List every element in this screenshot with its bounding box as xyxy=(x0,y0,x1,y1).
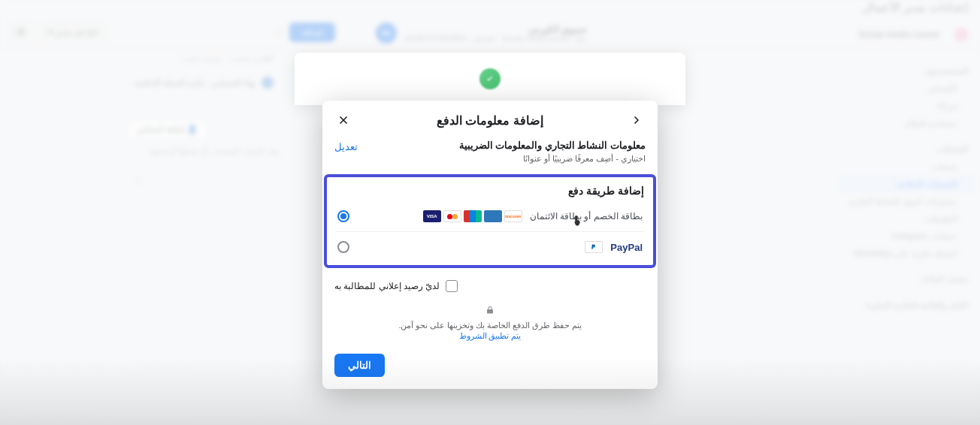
edit-button[interactable]: تعديل xyxy=(334,140,358,152)
lock-icon xyxy=(485,304,495,318)
discover-icon: DISCOVER xyxy=(504,210,522,222)
payment-option-card[interactable]: بطاقة الخصم أو بطاقة الائتمان VISA DISCO… xyxy=(336,204,644,228)
secure-footer: يتم حفظ طرق الدفع الخاصة بك وتخزينها على… xyxy=(322,298,658,343)
success-banner xyxy=(295,53,685,105)
payment-method-title: إضافة طريقة دفع xyxy=(336,185,644,197)
ad-credit-row[interactable]: لديّ رصيد إعلاني للمطالبة به xyxy=(322,268,658,298)
next-button[interactable]: التالي xyxy=(334,354,385,377)
payment-option-paypal-label: PayPal xyxy=(610,242,643,253)
ad-credit-label: لديّ رصيد إعلاني للمطالبة به xyxy=(334,281,440,291)
mastercard-icon xyxy=(443,210,461,222)
business-tax-section: معلومات النشاط التجاري والمعلومات الضريب… xyxy=(322,140,658,174)
paypal-icon xyxy=(585,241,603,253)
amex-icon xyxy=(484,210,502,222)
terms-link[interactable]: يتم تطبيق الشروط xyxy=(334,331,646,340)
business-section-subtitle: اختياري - أضِف معرفًا ضريبيًا أو عنوانًا xyxy=(459,154,646,164)
unionpay-icon xyxy=(464,210,482,222)
ad-credit-checkbox[interactable] xyxy=(446,280,458,292)
payment-option-paypal[interactable]: PayPal xyxy=(336,231,644,259)
modal-header: إضافة معلومات الدفع xyxy=(322,101,658,140)
modal-title: إضافة معلومات الدفع xyxy=(352,113,628,128)
back-button[interactable] xyxy=(628,111,646,129)
payment-option-card-label: بطاقة الخصم أو بطاقة الائتمان xyxy=(530,211,643,222)
payment-info-modal: إضافة معلومات الدفع معلومات النشاط التجا… xyxy=(322,101,658,389)
secure-text: يتم حفظ طرق الدفع الخاصة بك وتخزينها على… xyxy=(334,321,646,330)
payment-method-highlight: إضافة طريقة دفع بطاقة الخصم أو بطاقة الا… xyxy=(324,174,656,268)
check-circle-icon xyxy=(479,68,501,89)
business-section-title: معلومات النشاط التجاري والمعلومات الضريب… xyxy=(459,140,646,151)
close-button[interactable] xyxy=(334,111,352,129)
modal-footer: التالي xyxy=(322,343,658,389)
card-brand-icons: VISA DISCOVER xyxy=(423,210,522,222)
visa-icon: VISA xyxy=(423,210,441,222)
radio-paypal[interactable] xyxy=(337,241,349,253)
radio-card[interactable] xyxy=(337,210,349,222)
